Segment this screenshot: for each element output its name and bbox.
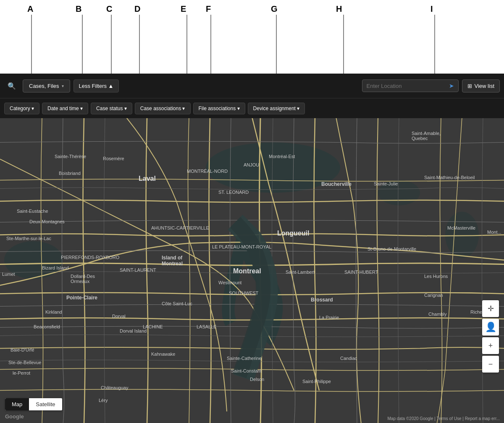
case-status-filter[interactable]: Case status ▾ (91, 103, 132, 114)
view-list-label: View list (475, 83, 494, 89)
location-input-wrapper[interactable]: ➤ (362, 79, 459, 92)
map-background (0, 118, 504, 423)
date-time-filter-label: Date and time ▾ (47, 106, 83, 111)
map-type-satellite[interactable]: Satellite (29, 398, 62, 410)
street-view-button[interactable]: 👤 (482, 319, 499, 336)
case-associations-filter-label: Case associations ▾ (140, 106, 185, 111)
location-navigate-icon: ➤ (449, 82, 454, 89)
search-button[interactable]: 🔍 (4, 79, 19, 93)
map-controls: ✛ 👤 + − (482, 300, 499, 373)
google-logo: Google (5, 413, 24, 420)
cases-files-label: Cases, Files (29, 83, 59, 89)
anno-C: C (106, 4, 112, 14)
map-footer: Map data ©2020 Google | Terms of Use | R… (387, 416, 500, 421)
filter-bar: Category ▾ Date and time ▾ Case status ▾… (0, 98, 504, 118)
case-status-filter-label: Case status ▾ (96, 106, 127, 111)
search-icon: 🔍 (8, 82, 16, 90)
anno-E: E (181, 4, 186, 14)
svg-point-10 (206, 143, 340, 193)
zoom-in-button[interactable]: + (482, 337, 499, 354)
file-associations-filter-label: File associations ▾ (199, 106, 240, 111)
anno-H: H (336, 4, 342, 14)
anno-A: A (27, 4, 33, 14)
anno-D: D (134, 4, 140, 14)
map-type-buttons: Map Satellite (5, 398, 62, 410)
svg-point-13 (445, 212, 479, 258)
grid-icon: ⊞ (467, 83, 472, 89)
zoom-out-button[interactable]: − (482, 356, 499, 373)
compass-button[interactable]: ✛ (482, 300, 499, 317)
compass-icon: ✛ (488, 304, 494, 313)
minus-icon: − (488, 360, 493, 369)
cases-files-arrow: ▾ (62, 84, 64, 88)
person-icon: 👤 (485, 322, 496, 333)
view-list-button[interactable]: ⊞ View list (462, 79, 500, 93)
cases-files-dropdown[interactable]: Cases, Files ▾ (23, 79, 70, 93)
annotation-bar: A B C D E F G H I (0, 0, 504, 74)
less-filters-label: Less Filters ▲ (79, 83, 114, 89)
device-assignment-filter[interactable]: Device assignment ▾ (248, 103, 305, 114)
location-input[interactable] (367, 83, 446, 89)
date-time-filter[interactable]: Date and time ▾ (42, 103, 88, 114)
case-associations-filter[interactable]: Case associations ▾ (135, 103, 191, 114)
category-filter-label: Category ▾ (10, 106, 34, 111)
plus-icon: + (488, 341, 493, 350)
category-filter[interactable]: Category ▾ (4, 103, 39, 114)
toolbar: 🔍 Cases, Files ▾ Less Filters ▲ ➤ ⊞ View… (0, 74, 504, 98)
less-filters-button[interactable]: Less Filters ▲ (74, 79, 119, 93)
file-associations-filter[interactable]: File associations ▾ (193, 103, 245, 114)
device-assignment-filter-label: Device assignment ▾ (253, 106, 300, 111)
anno-B: B (76, 4, 81, 14)
svg-point-11 (4, 241, 63, 279)
map-type-map[interactable]: Map (5, 398, 29, 410)
svg-point-12 (378, 180, 420, 206)
anno-G: G (271, 4, 278, 14)
map-area[interactable]: Saint-Amable, QuebecSainte-ThérèseRosemè… (0, 118, 504, 423)
anno-I: I (430, 4, 433, 14)
anno-F: F (206, 4, 211, 14)
